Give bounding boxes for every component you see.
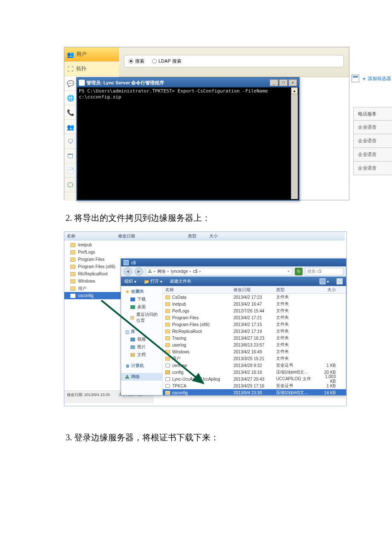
target-file-row[interactable]: Program Files2013/4/2 17:21文件夹 (163, 314, 346, 321)
favorites-header[interactable]: ★收藏夹 (121, 288, 162, 295)
console-body[interactable]: PS C:\Users\administrator.TPKTEST> Expor… (77, 87, 299, 101)
chevron-down-icon[interactable]: ▾ (288, 269, 289, 273)
fav-desktop[interactable]: 桌面 (121, 303, 162, 311)
search-bar: 搜索 LDAP 搜索 (119, 47, 349, 77)
powershell-window: 管理员: Lync Server 命令行管理程序 _ □ × PS C:\Use… (76, 77, 300, 201)
file-list: 名称 修改日期 类型 大小 CsData2013/4/2 17:23文件夹ine… (163, 286, 346, 395)
library-icon: ◫ (125, 330, 129, 334)
source-file-row[interactable]: inetpub (64, 241, 154, 249)
close-button[interactable]: × (288, 79, 297, 86)
target-title-bar[interactable]: c$ (121, 259, 346, 266)
search-input[interactable]: 搜索 c$ (305, 268, 343, 275)
file-icon (165, 357, 170, 361)
folder-icon (70, 279, 75, 283)
console-app-icon (79, 80, 85, 86)
file-icon (165, 384, 170, 388)
folder-icon (70, 250, 75, 254)
picture-icon (130, 345, 135, 349)
target-file-row[interactable]: RtcReplicaRoot2013/4/2 17:19文件夹 (163, 328, 346, 335)
breadcrumb[interactable]: 🖧 ▸ 网络 ▸ lyncedge ▸ c$ ▸ ▾ (146, 268, 292, 275)
lib-pictures[interactable]: 图片 (121, 343, 162, 351)
explorer-main: ★收藏夹 下载 桌面 最近访问的位置 ◫库 视频 图片 文档 🖥计算机 🖧网络 … (121, 286, 346, 395)
network-icon: 🖧 (125, 375, 130, 379)
policy-item[interactable]: 电话服务 (353, 107, 392, 121)
target-title-text: c$ (131, 260, 136, 265)
open-icon: 📂 (144, 279, 149, 284)
fav-recent[interactable]: 最近访问的位置 (121, 311, 162, 324)
search-inner: 搜索 LDAP 搜索 (124, 55, 344, 67)
policy-list: 电话服务 企业语音 企业语音 企业语音 企业语音 (353, 107, 392, 175)
star-icon: ★ (125, 289, 130, 295)
nav-topology-label: 拓扑 (76, 65, 86, 72)
source-file-row[interactable]: PerfLogs (64, 249, 154, 256)
target-file-row[interactable]: userlog2013/8/13 23:57文件夹 (163, 341, 346, 348)
target-file-row[interactable]: Program Files (x86)2013/4/2 17:15文件夹 (163, 321, 346, 328)
refresh-button[interactable]: ↻ (295, 268, 303, 275)
nav-users[interactable]: 👥 用户 (64, 47, 119, 62)
folder-icon (70, 272, 75, 276)
minimize-button[interactable]: _ (270, 79, 278, 86)
address-bar: ◄ ► 🖧 ▸ 网络 ▸ lyncedge ▸ c$ ▸ ▾ ↻ 搜索 c$ (121, 266, 346, 277)
nav-back-button[interactable]: ◄ (124, 267, 132, 276)
organize-button[interactable]: 组织 ▾ (124, 278, 136, 284)
libraries-header[interactable]: ◫库 (121, 328, 162, 335)
preview-pane-button[interactable] (337, 278, 343, 284)
file-icon (165, 350, 170, 354)
preview-icon (337, 278, 343, 284)
step-3-text: 3. 登录边缘服务器，将根证书下载下来： (66, 432, 392, 443)
add-filter-link[interactable]: ＋ 添加筛选器 (362, 75, 391, 82)
radio-ldap-search[interactable]: LDAP 搜索 (152, 58, 182, 64)
target-file-row[interactable]: Lync-UccApi-0.UccApilog2013/4/27 20:43UC… (163, 376, 346, 382)
source-header-right: 类型 大小 (154, 232, 345, 240)
console-title-bar[interactable]: 管理员: Lync Server 命令行管理程序 _ □ × (77, 78, 299, 87)
network-header[interactable]: 🖧网络 (121, 373, 162, 381)
lib-videos[interactable]: 视频 (121, 335, 162, 343)
radio-search[interactable]: 搜索 (129, 58, 144, 64)
target-file-row[interactable]: certnew2013/4/28 9:32安全证书1 KB (163, 362, 346, 369)
file-icon (165, 377, 170, 381)
file-icon (165, 330, 170, 333)
nav-fwd-button[interactable]: ► (135, 267, 143, 276)
chat-icon: 💬 (67, 80, 74, 87)
policy-item[interactable]: 企业语音 (353, 148, 392, 162)
computer-header[interactable]: 🖥计算机 (121, 362, 162, 370)
new-folder-button[interactable]: 新建文件夹 (170, 278, 191, 284)
policy-item[interactable]: 企业语音 (353, 121, 392, 134)
file-icon (165, 343, 170, 347)
group-icon: 👥 (67, 124, 74, 130)
nav-topology[interactable]: ⛶ 拓扑 (64, 62, 119, 76)
save-icon[interactable] (352, 75, 359, 82)
lib-documents[interactable]: 文档 (121, 351, 162, 358)
chevron-down-icon: ▾ (327, 279, 329, 284)
fav-downloads[interactable]: 下载 (121, 295, 162, 303)
source-header: 名称 修改日期 (64, 232, 154, 240)
file-icon (165, 295, 170, 299)
view-button[interactable]: ▾ (320, 278, 329, 284)
scroll-up-icon[interactable]: ▲ (291, 87, 298, 94)
open-button[interactable]: 📂打开 ▾ (144, 278, 162, 284)
target-file-row[interactable]: csconfig2013/9/4 23:30压缩(zipped)文...14 K… (163, 389, 346, 395)
right-tools: ＋ 添加筛选器 (352, 73, 392, 84)
file-icon (165, 302, 170, 306)
tool-row: ＋ 添加筛选器 (352, 73, 392, 84)
monitor-icon: 🖵 (67, 182, 73, 188)
target-file-row[interactable]: PerfLogs2012/7/26 15:44文件夹 (163, 307, 346, 314)
console-scrollbar[interactable]: ▲ (291, 87, 298, 199)
target-file-row[interactable]: inetpub2013/4/2 16:47文件夹 (163, 301, 346, 307)
radio-search-label: 搜索 (135, 58, 144, 64)
target-file-row[interactable]: Windows2013/4/2 16:49文件夹 (163, 348, 346, 355)
radio-dot-on-icon (129, 59, 133, 64)
target-file-row[interactable]: TPKCA2013/4/25 17:16安全证书1 KB (163, 382, 346, 389)
file-list-header[interactable]: 名称 修改日期 类型 大小 (163, 286, 346, 294)
maximize-button[interactable]: □ (279, 79, 288, 86)
target-file-row[interactable]: CsData2013/4/2 17:23文件夹 (163, 294, 346, 301)
policy-item[interactable]: 企业语音 (353, 134, 392, 148)
target-file-row[interactable]: 用户2013/3/25 15:21文件夹 (163, 355, 346, 362)
video-icon (130, 338, 135, 341)
file-icon (165, 370, 170, 374)
folder-icon (70, 294, 75, 298)
file-icon (165, 336, 170, 340)
target-file-row[interactable]: Tracing2013/4/27 16:23文件夹 (163, 335, 346, 341)
plus-icon: ＋ (362, 76, 366, 81)
policy-item[interactable]: 企业语音 (353, 162, 392, 175)
